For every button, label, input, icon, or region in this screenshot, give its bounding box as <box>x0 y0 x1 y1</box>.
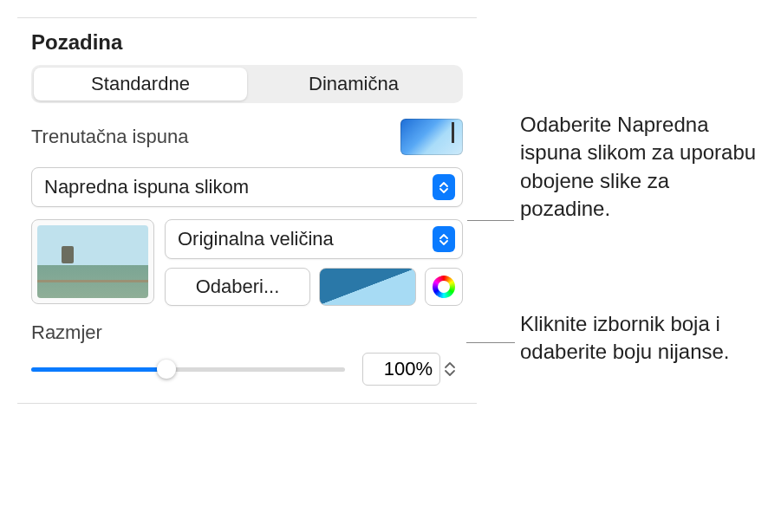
scale-input[interactable] <box>362 353 440 386</box>
annotation-fill-type: Odaberite Napredna ispuna slikom za upor… <box>520 111 763 224</box>
current-fill-label: Trenutačna ispuna <box>31 126 188 148</box>
scale-stepper <box>362 353 463 386</box>
updown-arrows-icon <box>433 226 455 252</box>
background-mode-segmented[interactable]: Standardne Dinamična <box>31 65 463 103</box>
scale-slider[interactable] <box>31 360 345 379</box>
callout-leader-1 <box>467 220 514 221</box>
segment-standard[interactable]: Standardne <box>34 68 247 101</box>
background-panel: Pozadina Standardne Dinamična Trenutačna… <box>17 17 477 404</box>
scale-label: Razmjer <box>31 321 463 344</box>
current-fill-preview[interactable] <box>400 119 463 155</box>
image-preview <box>37 225 148 298</box>
image-sizing-value: Originalna veličina <box>178 228 334 250</box>
updown-arrows-icon <box>433 174 455 200</box>
choose-image-label: Odaberi... <box>196 276 280 298</box>
color-wheel-icon <box>433 276 455 298</box>
section-title-background: Pozadina <box>31 30 463 55</box>
tint-color-swatch[interactable] <box>319 268 416 306</box>
fill-type-popup[interactable]: Napredna ispuna slikom <box>31 167 463 207</box>
color-picker-button[interactable] <box>425 268 463 306</box>
segment-dynamic[interactable]: Dinamična <box>247 68 460 101</box>
slider-thumb[interactable] <box>157 360 176 379</box>
image-sizing-popup[interactable]: Originalna veličina <box>165 219 463 259</box>
image-well[interactable] <box>31 219 154 304</box>
choose-image-button[interactable]: Odaberi... <box>165 268 310 306</box>
slider-fill <box>31 367 166 372</box>
fill-type-value: Napredna ispuna slikom <box>44 176 249 198</box>
callout-leader-2 <box>466 342 515 343</box>
annotation-color-picker: Kliknite izbornik boja i odaberite boju … <box>520 310 745 367</box>
stepper-arrows[interactable] <box>444 353 463 386</box>
